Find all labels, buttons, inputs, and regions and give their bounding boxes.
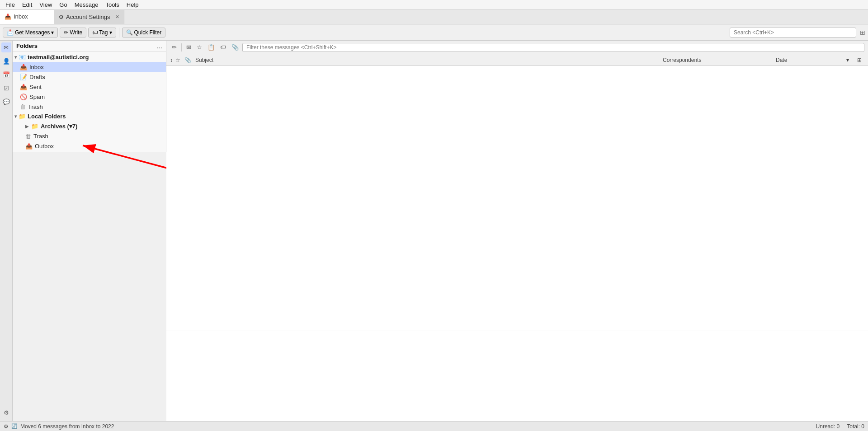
statusbar-message: Moved 6 messages from Inbox to 2022 (20, 423, 114, 430)
folder-inbox-label: Inbox (29, 64, 44, 70)
get-messages-icon: 📩 (7, 29, 14, 36)
folder-inbox[interactable]: 📥 Inbox (13, 62, 166, 72)
col-date-header[interactable]: Date (774, 57, 846, 63)
folder-trash-label: Trash (28, 103, 43, 110)
folder-header-more-button[interactable]: ... (156, 42, 162, 50)
account-label: testmail@autistici.org (28, 54, 89, 61)
write-icon: ✏ (64, 29, 68, 36)
menu-go[interactable]: Go (56, 0, 71, 9)
left-icon-bar: ✉ 👤 📅 ☑ 💬 ⚙ (0, 41, 13, 421)
local-trash-icon: 🗑 (25, 133, 31, 140)
inbox-tab-icon: 📥 (5, 14, 11, 20)
tabbar: 📥 Inbox ⚙ Account Settings ✕ (0, 10, 868, 24)
toolbar-separator (119, 28, 119, 37)
toolbar: 📩 Get Messages ▾ ✏ Write 🏷 Tag ▾ 🔍 Quick… (0, 24, 868, 41)
quick-filter-icon: 🔍 (126, 29, 133, 36)
folder-trash-icon: 🗑 (20, 103, 26, 110)
outbox-label: Outbox (35, 143, 54, 150)
folder-header: Folders ... (13, 41, 166, 52)
menu-message[interactable]: Message (71, 0, 102, 9)
folder-spam[interactable]: 🚫 Spam (13, 92, 166, 102)
main-content: ✉ 👤 📅 ☑ 💬 ⚙ Folders ... ▾ 📧 testmail@aut… (0, 41, 868, 421)
search-bar (730, 28, 856, 37)
message-list (166, 66, 868, 331)
local-folders-icon: 📁 (19, 113, 26, 120)
menubar: File Edit View Go Message Tools Help (0, 0, 868, 10)
folder-spam-icon: 🚫 (20, 94, 27, 100)
menu-edit[interactable]: Edit (19, 0, 36, 9)
col-correspondents-header[interactable]: Correspondents (661, 57, 760, 63)
account-settings-tab-icon: ⚙ (59, 14, 64, 20)
col-sort-icon[interactable]: ▾ (846, 57, 857, 63)
filter-messages-input[interactable] (242, 43, 864, 52)
filter-star-icon[interactable]: ☆ (195, 43, 204, 52)
message-panel: ✏ ✉ ☆ 📋 🏷 📎 ↕ ☆ 📎 Subject Correspondents… (166, 41, 868, 421)
folder-sent[interactable]: 📤 Sent (13, 82, 166, 92)
left-icon-chat[interactable]: 💬 (1, 97, 11, 107)
folder-sent-label: Sent (29, 84, 42, 90)
folder-panel-wrapper: Folders ... ▾ 📧 testmail@autistici.org 📥… (13, 41, 166, 421)
filter-separator-1 (181, 43, 182, 52)
folder-drafts-label: Drafts (29, 74, 45, 80)
folder-drafts[interactable]: 📝 Drafts (13, 72, 166, 82)
col-thread-icon[interactable]: ↕ (166, 57, 175, 63)
get-messages-button[interactable]: 📩 Get Messages ▾ (3, 28, 58, 37)
left-icon-calendar[interactable]: 📅 (1, 70, 11, 80)
filter-pencil-icon[interactable]: ✏ (170, 43, 179, 52)
tab-inbox-label: Inbox (14, 13, 28, 20)
quick-filter-button[interactable]: 🔍 Quick Filter (122, 28, 166, 37)
menu-view[interactable]: View (36, 0, 56, 9)
statusbar-unread: Unread: 0 (816, 423, 840, 430)
statusbar-right: Unread: 0 Total: 0 (816, 423, 864, 430)
filter-bar: ✏ ✉ ☆ 📋 🏷 📎 (166, 41, 868, 54)
filter-mail-icon[interactable]: ✉ (184, 43, 193, 52)
folder-spam-label: Spam (29, 94, 45, 100)
filter-tag-icon[interactable]: 🏷 (218, 43, 228, 52)
search-input[interactable] (730, 28, 856, 37)
menu-tools[interactable]: Tools (102, 0, 123, 9)
message-preview-pane (166, 331, 868, 421)
folder-outbox[interactable]: 📤 Outbox (13, 141, 166, 151)
toolbar-expand-icon[interactable]: ⊞ (860, 29, 865, 36)
write-button[interactable]: ✏ Write (60, 28, 86, 37)
outbox-icon: 📤 (25, 143, 33, 150)
filter-attach-icon[interactable]: 📎 (230, 43, 241, 52)
col-cols-icon[interactable]: ⊞ (857, 57, 868, 63)
get-messages-dropdown-icon[interactable]: ▾ (51, 29, 54, 36)
statusbar: ⚙ 🔄 Moved 6 messages from Inbox to 2022 … (0, 421, 868, 431)
archives-icon: 📁 (31, 123, 38, 130)
folder-local-trash[interactable]: 🗑 Trash (13, 131, 166, 141)
tab-close-account-settings[interactable]: ✕ (115, 14, 119, 20)
get-messages-label: Get Messages (15, 29, 50, 36)
tab-account-settings-label: Account Settings (66, 14, 110, 20)
account-chevron-icon: ▾ (14, 55, 17, 60)
col-subject-header[interactable]: Subject (193, 57, 647, 63)
folder-panel-title: Folders (16, 42, 38, 49)
left-icon-settings[interactable]: ⚙ (1, 408, 11, 417)
left-icon-mail[interactable]: ✉ (1, 42, 11, 52)
tab-account-settings[interactable]: ⚙ Account Settings ✕ (54, 10, 124, 24)
filter-contacts-icon[interactable]: 📋 (206, 43, 217, 52)
menu-help[interactable]: Help (123, 0, 142, 9)
folder-archives[interactable]: ▶ 📁 Archives (▾7) (13, 121, 166, 131)
folder-sent-icon: 📤 (20, 84, 27, 90)
statusbar-total: Total: 0 (847, 423, 864, 430)
local-trash-label: Trash (33, 133, 48, 140)
col-star-icon[interactable]: ☆ (175, 57, 184, 63)
local-folders-chevron-icon: ▾ (14, 114, 17, 119)
tag-button[interactable]: 🏷 Tag ▾ (88, 28, 116, 37)
folder-trash[interactable]: 🗑 Trash (13, 102, 166, 112)
col-attach-icon[interactable]: 📎 (184, 57, 193, 63)
left-icon-contacts[interactable]: 👤 (1, 56, 11, 66)
folder-account-row[interactable]: ▾ 📧 testmail@autistici.org (13, 52, 166, 62)
menu-file[interactable]: File (2, 0, 19, 9)
tag-dropdown-icon[interactable]: ▾ (109, 29, 112, 36)
statusbar-settings-icon[interactable]: ⚙ (4, 423, 9, 430)
left-icon-tasks[interactable]: ☑ (1, 83, 11, 93)
local-folders-label: Local Folders (28, 113, 66, 120)
tab-inbox[interactable]: 📥 Inbox (0, 10, 54, 24)
archives-chevron-icon: ▶ (25, 124, 29, 129)
statusbar-activity-icon: 🔄 (11, 423, 18, 429)
tag-label: Tag (99, 29, 108, 36)
local-folders-row[interactable]: ▾ 📁 Local Folders (13, 112, 166, 121)
